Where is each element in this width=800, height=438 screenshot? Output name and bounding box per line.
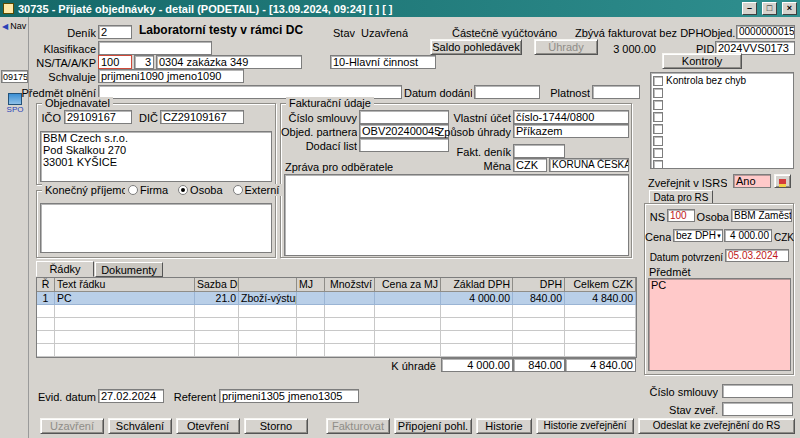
tab-dokumenty[interactable]: Dokumenty bbox=[95, 262, 163, 277]
evid-datum-field[interactable]: 27.02.2024 bbox=[98, 389, 164, 403]
nav-back-icon[interactable]: ◀ bbox=[2, 22, 8, 31]
pripojeni-pohl-button[interactable]: Připojení pohl. bbox=[394, 418, 472, 434]
ico-field[interactable]: 29109167 bbox=[64, 110, 132, 124]
radio-externi[interactable]: Externí bbox=[233, 184, 280, 196]
denik-field[interactable]: 2 bbox=[98, 25, 132, 39]
platnost-field[interactable] bbox=[592, 85, 640, 99]
radio-osoba[interactable]: Osoba bbox=[178, 184, 222, 196]
ns-field[interactable]: 100 bbox=[98, 55, 132, 69]
table-row-empty[interactable] bbox=[37, 344, 636, 357]
historie-button[interactable]: Historie bbox=[476, 418, 532, 434]
datum-dodani-field[interactable] bbox=[474, 85, 540, 99]
tab-radky[interactable]: Řádky bbox=[36, 261, 94, 277]
referent-label: Referent bbox=[170, 391, 216, 404]
schvaleni-button[interactable]: Schválení bbox=[108, 418, 172, 434]
sum-celkem-field: 4 840.00 bbox=[565, 358, 636, 372]
checkbox-item[interactable] bbox=[653, 124, 663, 134]
col-cena-mj[interactable]: Cena za MJ bbox=[375, 278, 441, 292]
checkbox-item[interactable] bbox=[653, 160, 663, 169]
rs-osoba-field[interactable]: BBM Zaměstna bbox=[731, 209, 792, 222]
col-dph[interactable]: DPH bbox=[513, 278, 565, 292]
zverejnit-isrs-field[interactable]: Ano bbox=[733, 174, 771, 188]
checkbox-item[interactable] bbox=[653, 88, 663, 98]
mena-nazev-field[interactable]: KORUNA ČESKÁ bbox=[549, 158, 629, 172]
vlastni-ucet-field[interactable]: číslo-1744/0800 bbox=[513, 110, 629, 124]
objednavatel-address-box[interactable]: BBM Czech s.r.o. Pod Skalkou 270 33001 K… bbox=[40, 131, 272, 182]
col-zaklad[interactable]: Základ DPH bbox=[441, 278, 513, 292]
referent-field[interactable]: prijmeni1305 jmeno1305 bbox=[219, 389, 359, 403]
table-row-empty[interactable] bbox=[37, 331, 636, 344]
rs-ns-field[interactable]: 100 bbox=[667, 209, 695, 222]
checkbox-item[interactable] bbox=[653, 136, 663, 146]
konecny-prijemce-group: Konečný příjemce Firma Osoba Externí bbox=[36, 190, 276, 258]
otevreni-button[interactable]: Otevření bbox=[176, 418, 240, 434]
fakt-denik-field[interactable] bbox=[513, 144, 565, 158]
rs-cislo-smlouvy-label: Číslo smlouvy bbox=[648, 386, 718, 399]
k-uhrade-label: K úhradě bbox=[374, 360, 436, 373]
radio-firma[interactable]: Firma bbox=[128, 184, 168, 196]
objed-field[interactable]: 0000000015 bbox=[736, 25, 795, 39]
kontrola-bez-chyb-label: Kontrola bez chyb bbox=[666, 75, 746, 87]
schvaluje-label: Schvaluje bbox=[36, 71, 96, 84]
rs-predmet-box[interactable]: PC bbox=[648, 278, 791, 371]
kontrola-checklist: Kontrola bez chyb bbox=[650, 72, 794, 169]
kontroly-button[interactable]: Kontroly bbox=[662, 53, 742, 69]
tab-data-pro-rs[interactable]: Data pro RS bbox=[649, 190, 713, 204]
rs-datum-field[interactable]: 05.03.2024 bbox=[725, 249, 789, 262]
zpusob-uhrady-field[interactable]: Příkazem bbox=[513, 124, 629, 138]
rs-cena-mode-combo[interactable]: bez DPH▼ bbox=[673, 229, 723, 242]
dic-field[interactable]: CZ29109167 bbox=[160, 110, 244, 124]
uhrady-button[interactable]: Úhrady bbox=[534, 39, 598, 55]
col-text[interactable]: Text řádku bbox=[55, 278, 195, 292]
col-celkem[interactable]: Celkem CZK bbox=[565, 278, 636, 292]
rs-cislo-smlouvy-field[interactable] bbox=[722, 384, 793, 398]
objednavatel-group: Objednavatel IČO 29109167 DIČ CZ29109167… bbox=[36, 103, 276, 185]
zprava-box[interactable] bbox=[284, 174, 629, 256]
datum-dodani-label: Datum dodání bbox=[404, 87, 472, 100]
rs-stav-zver-field[interactable] bbox=[722, 402, 793, 416]
zakazka-field[interactable]: 0304 zakázka 349 bbox=[156, 55, 302, 69]
odeslat-ke-zverejneni-button[interactable]: Odeslat ke zveřejnění do RS bbox=[638, 418, 795, 434]
order-lines-table: Ř Text řádku Sazba DPH MJ Množství Cena … bbox=[36, 277, 637, 358]
mena-kod-field[interactable]: CZK bbox=[513, 158, 547, 172]
col-mj[interactable]: MJ bbox=[297, 278, 325, 292]
checkbox-item[interactable] bbox=[653, 112, 663, 122]
chevron-down-icon[interactable]: ▼ bbox=[716, 230, 722, 242]
rs-cena-mena-label: CZK bbox=[774, 231, 794, 244]
storno-button[interactable]: Storno bbox=[244, 418, 308, 434]
fakturovat-button[interactable]: Fakturovat bbox=[326, 418, 390, 434]
col-sazba[interactable]: Sazba DPH bbox=[195, 278, 239, 292]
col-mnozstvi[interactable]: Množství bbox=[325, 278, 375, 292]
sidebar-code-field[interactable]: 09175 bbox=[1, 70, 28, 83]
zpusob-uhrady-label: Způsob úhrady bbox=[427, 126, 511, 139]
col-r[interactable]: Ř bbox=[37, 278, 55, 292]
rs-datum-label: Datum potvrzení bbox=[645, 251, 723, 264]
window-title: 30735 - Přijaté objednávky - detail (POD… bbox=[18, 3, 737, 15]
ta-field[interactable]: 3 bbox=[134, 55, 154, 69]
checkbox-kontrola-bez-chyb[interactable] bbox=[653, 76, 663, 86]
rs-cena-field[interactable]: 4 000.00 bbox=[724, 229, 772, 242]
saldo-pohledavek-button[interactable]: Saldo pohledávek bbox=[430, 39, 522, 55]
konecny-prijemce-box[interactable] bbox=[40, 203, 272, 253]
zprava-label: Zpráva pro odběratele bbox=[285, 161, 393, 174]
cislo-smlouvy-label: Číslo smlouvy bbox=[281, 112, 357, 125]
denik-label: Deník bbox=[56, 27, 96, 40]
isrs-flag-icon[interactable] bbox=[774, 174, 791, 188]
historie-zverejneni-button[interactable]: Historie zveřejnění bbox=[536, 418, 634, 434]
address-line: 33001 KYŠICE bbox=[43, 156, 269, 168]
checkbox-item[interactable] bbox=[653, 100, 663, 110]
konecny-prijemce-legend: Konečný příjemce bbox=[42, 184, 136, 196]
klasifikace-field[interactable] bbox=[98, 41, 212, 55]
ns-ta-a-kp-label: NS/TA/A/KP bbox=[30, 57, 96, 70]
cinnost-field[interactable]: 10-Hlavní činnost bbox=[330, 55, 436, 69]
uzavreni-button[interactable]: Uzavření bbox=[40, 418, 104, 434]
close-button[interactable]: × bbox=[782, 2, 797, 15]
maximize-button[interactable]: □ bbox=[762, 2, 777, 15]
evid-datum-label: Evid. datum bbox=[30, 391, 96, 404]
minimize-button[interactable]: – bbox=[742, 2, 757, 15]
table-row-empty[interactable] bbox=[37, 318, 636, 331]
checkbox-item[interactable] bbox=[653, 148, 663, 158]
table-row-empty[interactable] bbox=[37, 305, 636, 318]
schvaluje-field[interactable]: prijmeni1090 jmeno1090 bbox=[98, 69, 244, 83]
table-row-selected[interactable]: 1 PC 21.0 Zboží-výstup 4 000.00 840.00 4… bbox=[37, 292, 636, 305]
